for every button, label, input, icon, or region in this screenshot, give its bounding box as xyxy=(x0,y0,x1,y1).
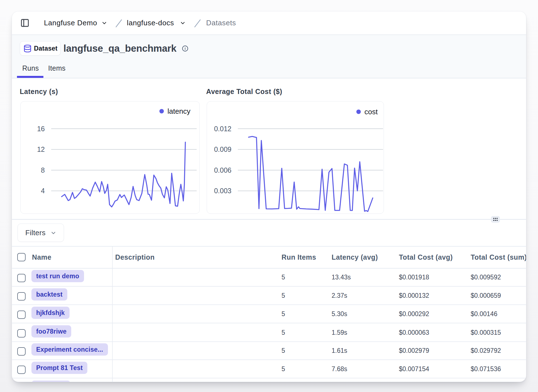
svg-text:latency: latency xyxy=(167,107,190,115)
svg-text:0.009: 0.009 xyxy=(214,145,231,153)
svg-text:cost: cost xyxy=(364,108,378,116)
svg-text:0.012: 0.012 xyxy=(214,125,231,133)
svg-text:12: 12 xyxy=(37,145,45,153)
svg-text:4: 4 xyxy=(41,187,45,195)
svg-text:0.006: 0.006 xyxy=(214,166,231,174)
svg-text:8: 8 xyxy=(41,166,45,174)
svg-text:16: 16 xyxy=(37,125,45,133)
svg-text:0.003: 0.003 xyxy=(214,187,231,195)
